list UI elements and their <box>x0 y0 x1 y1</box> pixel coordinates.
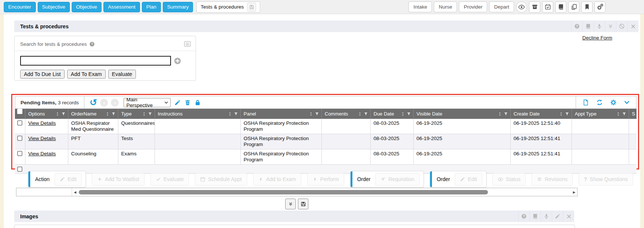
copy-icon[interactable] <box>568 1 579 13</box>
pencil-icon[interactable] <box>552 210 563 222</box>
view-details-link[interactable]: View Details <box>28 136 56 141</box>
bookmark-icon[interactable] <box>581 1 592 13</box>
add-to-waitlist-button[interactable]: Add To Waitlist <box>92 173 144 186</box>
tab-assessment[interactable]: Assessment <box>103 2 140 12</box>
edit-button[interactable]: Edit <box>55 173 82 186</box>
show-questions-button[interactable]: ?Show Questions <box>579 173 633 186</box>
disable-icon[interactable] <box>616 20 627 32</box>
trash-icon[interactable] <box>184 99 191 106</box>
column-header-ordername[interactable]: OrderName <box>68 109 118 119</box>
collapse-icon[interactable] <box>605 20 616 32</box>
add-to-exam-button[interactable]: Add To Exam <box>67 70 106 79</box>
filter-icon <box>148 112 152 116</box>
chevron-down-icon[interactable] <box>624 99 630 105</box>
depart-button[interactable]: Depart <box>489 1 514 12</box>
add-to-exam-button[interactable]: Add to Exam <box>253 173 301 186</box>
add-to-due-list-button[interactable]: Add To Due List <box>20 70 65 79</box>
gear-icon[interactable] <box>610 99 617 106</box>
cell-visible-date: 06-19-2025 <box>413 149 510 165</box>
row-checkbox[interactable] <box>17 136 22 141</box>
new-row-checkbox[interactable] <box>17 167 22 172</box>
tab-objective[interactable]: Objective <box>72 2 102 12</box>
column-header-options[interactable]: Options <box>25 109 68 119</box>
search-input[interactable] <box>20 56 171 66</box>
scroll-left-arrow[interactable]: ◀ <box>72 190 78 194</box>
perform-button[interactable]: Perform <box>307 173 344 186</box>
tab-tests-procedures-active[interactable]: Tests & procedures <box>196 1 260 13</box>
provider-button[interactable]: Provider <box>459 1 487 12</box>
column-header-panel[interactable]: Panel <box>240 109 321 119</box>
plus-circle-icon[interactable] <box>174 57 181 65</box>
refresh-icon[interactable] <box>596 99 603 106</box>
select-all-checkbox[interactable] <box>15 109 25 119</box>
scroll-right-arrow[interactable]: ▶ <box>571 190 577 194</box>
order-edit-button[interactable]: Edit <box>455 173 482 186</box>
collapse-icon[interactable] <box>285 199 296 209</box>
book-icon[interactable] <box>582 20 594 32</box>
microphone-icon[interactable] <box>541 210 552 222</box>
scrollbar-track[interactable] <box>78 188 571 196</box>
schedule-appt-button[interactable]: Schedule Appt <box>195 173 247 186</box>
microphone-icon[interactable] <box>594 20 605 32</box>
book-icon[interactable] <box>555 1 566 13</box>
cell-due-date: 08-03-2025 <box>370 149 413 165</box>
eye-icon[interactable] <box>516 1 527 13</box>
tab-plan[interactable]: Plan <box>142 2 161 12</box>
revisions-button[interactable]: Revisions <box>532 173 573 186</box>
pending-items-grid: Options OrderName Type Instructions Pane… <box>15 109 637 174</box>
decline-form-link[interactable]: Decline Form <box>582 35 612 41</box>
settings-gears-icon[interactable] <box>594 1 606 13</box>
close-icon[interactable] <box>563 210 574 222</box>
pencil-icon[interactable] <box>174 99 181 106</box>
cell-due-date: 08-03-2025 <box>370 134 413 149</box>
next-icon[interactable]: › <box>111 99 119 107</box>
column-header-cutoff[interactable]: S <box>629 109 637 119</box>
row-checkbox[interactable] <box>17 120 22 126</box>
calendar-icon <box>200 177 205 182</box>
help-icon[interactable] <box>518 210 529 222</box>
requisition-button[interactable]: Requisition <box>375 173 419 186</box>
view-details-link[interactable]: View Details <box>28 151 56 156</box>
new-document-icon[interactable] <box>582 99 589 106</box>
column-header-due-date[interactable]: Due Date <box>370 109 413 119</box>
archive-box-icon[interactable] <box>529 1 540 13</box>
table-row: View Details OSHA Respirator Med Questio… <box>15 119 637 134</box>
search-tests-card: Search for tests & procedures Add To Due… <box>14 36 196 81</box>
cell-panel: OSHA Respiratory Protection Program <box>240 149 321 165</box>
section-title: Images <box>14 213 38 219</box>
column-header-visible-date[interactable]: Visible Date <box>413 109 510 119</box>
column-header-appt-type[interactable]: Appt Type <box>572 109 629 119</box>
column-header-comments[interactable]: Comments <box>321 109 370 119</box>
cell-panel: OSHA Respiratory Protection Program <box>240 119 321 134</box>
column-header-type[interactable]: Type <box>118 109 155 119</box>
tab-summary[interactable]: Summary <box>163 2 193 12</box>
close-icon[interactable] <box>627 20 638 32</box>
cell-instructions <box>155 119 240 134</box>
tab-subjective[interactable]: Subjective <box>38 2 70 12</box>
calendar-check-icon[interactable] <box>542 1 553 13</box>
list-view-icon[interactable] <box>184 40 191 48</box>
horizontal-scrollbar: ◀ ▶ <box>16 188 578 196</box>
book-icon[interactable] <box>529 210 541 222</box>
cell-type: Tests <box>118 134 155 149</box>
cell-comments <box>321 134 370 149</box>
view-details-link[interactable]: View Details <box>28 120 56 126</box>
row-checkbox[interactable] <box>17 151 22 156</box>
evaluate-button[interactable]: Evaluate <box>108 70 136 79</box>
undo-icon[interactable]: ↺ <box>90 99 97 106</box>
perspective-select[interactable]: Main Perspective <box>124 98 171 107</box>
column-header-create-date[interactable]: Create Date <box>510 109 572 119</box>
save-icon[interactable] <box>298 199 308 209</box>
tab-encounter[interactable]: Encounter <box>4 2 36 12</box>
scrollbar-thumb[interactable] <box>79 190 488 194</box>
intake-button[interactable]: Intake <box>408 1 432 12</box>
nurse-button[interactable]: Nurse <box>434 1 457 12</box>
column-header-instructions[interactable]: Instructions <box>155 109 240 119</box>
help-icon[interactable] <box>571 20 582 32</box>
help-icon[interactable] <box>89 41 95 47</box>
status-button[interactable]: Status <box>492 173 526 186</box>
save-icon[interactable] <box>247 3 256 12</box>
evaluate-button[interactable]: Evaluate <box>150 173 189 186</box>
lock-icon[interactable] <box>195 99 201 106</box>
prev-icon[interactable]: ‹ <box>100 99 108 107</box>
